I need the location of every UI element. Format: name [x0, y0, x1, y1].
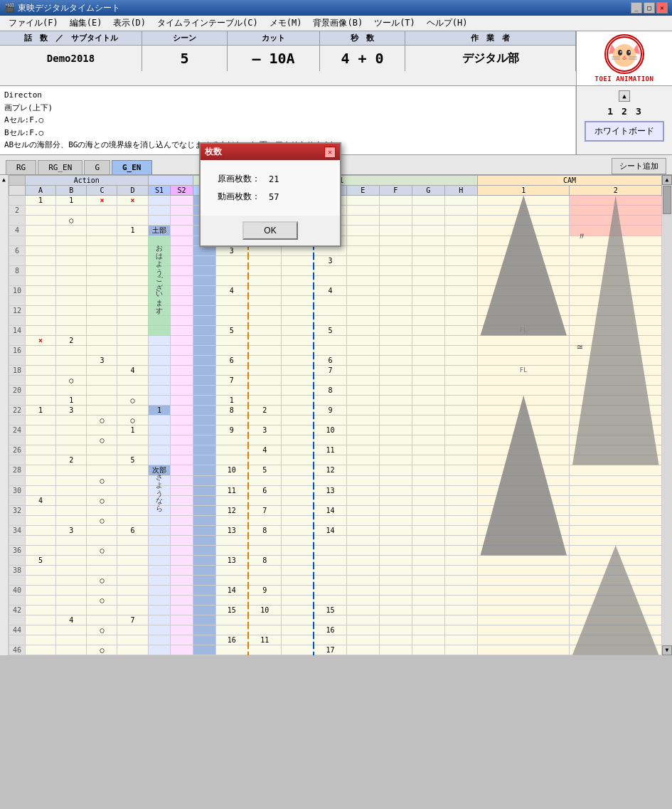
title-bar-controls: _ □ ✕	[631, 2, 668, 14]
menu-help[interactable]: ヘルプ(H)	[421, 16, 474, 31]
title-bar-title: 🎬 東映デジタルタイムシート	[4, 2, 120, 14]
th-action-b: B	[56, 185, 87, 195]
table-row: 36○	[9, 545, 662, 555]
th-cam-1: 1	[477, 185, 569, 195]
tab-g-en[interactable]: G_EN	[112, 160, 152, 174]
dialog-ok-area: OK	[201, 216, 340, 245]
table-row: 208	[9, 385, 662, 395]
dialog-content: 原画枚数： 21 動画枚数： 57	[201, 160, 340, 216]
th-cell-e: E	[346, 185, 379, 195]
th-cam-2: 2	[570, 185, 662, 195]
table-row: ×2	[9, 335, 662, 345]
menu-bg[interactable]: 背景画像(B)	[307, 16, 368, 31]
table-row: 38	[9, 565, 662, 575]
header-left: 話 数 ／ サブタイトル シーン カット 秒 数 作 業 者 Demo2018 …	[0, 31, 576, 85]
table-row	[9, 275, 662, 285]
table-row: ○	[9, 595, 662, 605]
th-cell-f: F	[379, 185, 412, 195]
menu-memo[interactable]: メモ(M)	[264, 16, 308, 31]
th-action-c: C	[87, 185, 117, 195]
right-scrollbar: ▲ ▼	[662, 175, 672, 655]
table-row: 28次部10512	[9, 465, 662, 475]
col-s-label	[148, 175, 193, 185]
table-row: 26411	[9, 445, 662, 455]
table-row: ○	[9, 515, 662, 525]
table-row	[9, 295, 662, 305]
col-rownum	[9, 175, 26, 185]
dialog-ok-button[interactable]: OK	[242, 221, 297, 240]
dialog-box: 枚数 ✕ 原画枚数： 21 動画枚数： 57 OK	[199, 142, 341, 247]
header-story-label: 話 数 ／ サブタイトル	[0, 31, 142, 45]
table-row: 16	[9, 345, 662, 355]
table-row	[9, 535, 662, 545]
toei-logo: TOEI ANIMATION	[576, 31, 672, 85]
table-row: ○	[9, 475, 662, 485]
scroll-thumb[interactable]	[663, 186, 671, 214]
menu-file[interactable]: ファイル(F)	[3, 16, 64, 31]
table-row: 44○16	[9, 625, 662, 635]
tab-rg-en[interactable]: RG_EN	[38, 160, 82, 174]
svg-point-5	[626, 50, 631, 55]
toei-logo-icon	[604, 34, 644, 74]
table-row: 3	[9, 255, 662, 265]
header-cut-label: カット	[228, 31, 320, 45]
main-grid: Action Cell CAM A B C D S1 S2 A B C	[9, 175, 662, 655]
tab-g[interactable]: G	[84, 160, 110, 174]
table-row: 25	[9, 455, 662, 465]
menu-timeline[interactable]: タイムラインテーブル(C)	[151, 16, 264, 31]
table-row: ○	[9, 435, 662, 445]
maximize-button[interactable]: □	[644, 2, 655, 14]
notes-scroll-up[interactable]: ▲	[619, 90, 630, 102]
title-bar: 🎬 東映デジタルタイムシート _ □ ✕	[0, 0, 672, 16]
dialog-title: 枚数	[205, 146, 222, 158]
header-row2: Demo2018 5 — 10A 4 + 0 デジタル部	[0, 46, 576, 71]
table-row: 40149	[9, 585, 662, 595]
table-row: 2419310	[9, 425, 662, 435]
table-row: 12	[9, 305, 662, 315]
th-cell-h: H	[444, 185, 477, 195]
main-scroll-up[interactable]: ▲	[2, 176, 6, 183]
header-row1: 話 数 ／ サブタイトル シーン カット 秒 数 作 業 者	[0, 31, 576, 46]
table-row: 1611	[9, 635, 662, 645]
header-secs-label: 秒 数	[320, 31, 405, 45]
dialog-field-0-value: 21	[266, 171, 282, 186]
table-row: 5138	[9, 555, 662, 565]
table-row: 1044	[9, 285, 662, 295]
tab-rg[interactable]: RG	[6, 160, 36, 174]
menu-tools[interactable]: ツール(T)	[368, 16, 421, 31]
table-row: ○	[9, 575, 662, 585]
minimize-button[interactable]: _	[631, 2, 642, 14]
table-row: ○○	[9, 415, 662, 425]
menu-edit[interactable]: 編集(E)	[64, 16, 108, 31]
header-story-value: Demo2018	[0, 46, 142, 71]
close-button[interactable]: ✕	[656, 2, 668, 14]
table-row: 47	[9, 615, 662, 625]
notes-sidebar: ▲ 1 2 3 ホワイトボード	[576, 86, 672, 154]
table-row: 1○1	[9, 395, 662, 405]
notes-line-0: 画プレ(上下)	[4, 102, 571, 115]
dialog-field-1-value: 57	[266, 189, 282, 204]
table-row: 343613814	[9, 525, 662, 535]
menu-view[interactable]: 表示(D)	[107, 16, 151, 31]
table-row: 63	[9, 245, 662, 255]
sheet-add-button[interactable]: シート追加	[612, 158, 666, 174]
scroll-track[interactable]	[662, 185, 672, 645]
notes-line-2: Bセル:F.○	[4, 127, 571, 139]
header-scene-value: 5	[142, 46, 228, 71]
menu-bar: ファイル(F) 編集(E) 表示(D) タイムラインテーブル(C) メモ(M) …	[0, 16, 672, 31]
dialog-field-1-label: 動画枚数：	[215, 189, 263, 204]
header-secs-value: 4 + 0	[320, 46, 405, 71]
header-scene-label: シーン	[142, 31, 228, 45]
whiteboard-button[interactable]: ホワイトボード	[585, 121, 664, 142]
header-operator-label: 作 業 者	[405, 31, 576, 45]
scroll-up-arrow[interactable]: ▲	[662, 175, 672, 185]
table-row: 1455FL	[9, 325, 662, 335]
scroll-down-arrow[interactable]: ▼	[662, 645, 672, 655]
th-action-d: D	[117, 185, 148, 195]
dialog-close-button[interactable]: ✕	[324, 147, 336, 158]
th-cell-g: G	[412, 185, 444, 195]
header-area: 話 数 ／ サブタイトル シーン カット 秒 数 作 業 者 Demo2018 …	[0, 31, 672, 86]
table-row: 1847FL	[9, 365, 662, 375]
svg-point-7	[629, 51, 630, 53]
th-s1: S1	[148, 185, 171, 195]
